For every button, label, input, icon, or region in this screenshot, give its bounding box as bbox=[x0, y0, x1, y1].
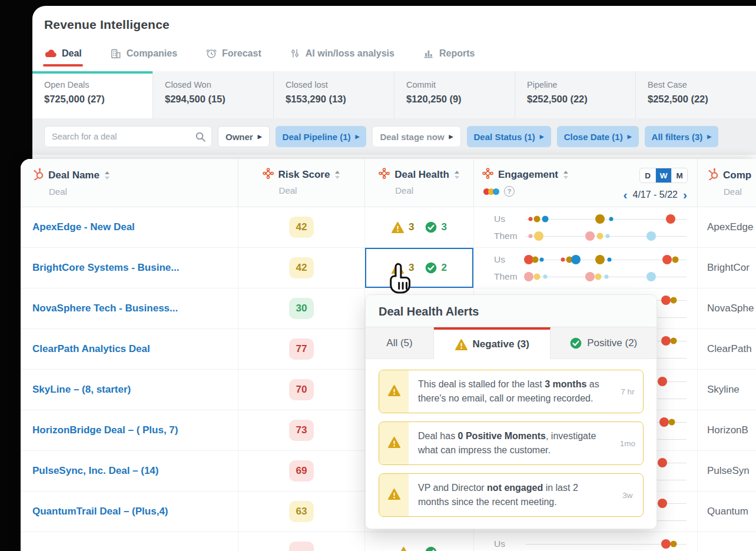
filter-chip[interactable]: Close Date (1) ▶ bbox=[557, 126, 639, 147]
risk-score-badge: 30 bbox=[289, 298, 314, 319]
popup-tab-label: Negative (3) bbox=[473, 338, 529, 350]
sort-icon[interactable] bbox=[334, 170, 340, 180]
chevron-right-icon[interactable]: › bbox=[682, 188, 688, 201]
alert-card: Deal has 0 Positive Moments, investigate… bbox=[379, 421, 644, 465]
summary-card[interactable]: Best Case $252,500 (22) bbox=[635, 71, 756, 118]
deal-health-cell[interactable]: 32 bbox=[365, 248, 474, 288]
popup-tab-icon bbox=[570, 337, 582, 349]
deal-name-cell: ApexEdge - New Deal bbox=[21, 207, 238, 247]
engagement-dot bbox=[671, 297, 677, 303]
tab-label: AI win/loss analysis bbox=[306, 48, 394, 59]
legend-dot-blue bbox=[493, 188, 499, 195]
deal-name-link[interactable]: PulseSync, Inc. Deal – (14) bbox=[32, 465, 158, 477]
tab-label: Companies bbox=[127, 48, 177, 59]
filter-chip[interactable]: Deal stage now ▶ bbox=[372, 126, 460, 147]
search-input[interactable] bbox=[45, 127, 211, 147]
summary-card-value: $120,250 (9) bbox=[406, 94, 515, 105]
deal-health-cell[interactable]: 33 bbox=[365, 207, 474, 247]
tab-icon bbox=[205, 48, 217, 59]
engagement-dot bbox=[595, 255, 605, 264]
us-label: Us bbox=[494, 539, 526, 549]
period-toggle-w[interactable]: W bbox=[655, 168, 671, 182]
deal-name-link[interactable]: BrightCore Systems - Busine... bbox=[32, 262, 179, 274]
alert-timestamp: 7 hr bbox=[612, 370, 643, 413]
engagement-dot bbox=[661, 336, 671, 346]
engagement-dot bbox=[542, 215, 548, 222]
risk-score-badge bbox=[289, 542, 314, 551]
summary-card-label: Closed Won bbox=[165, 80, 273, 89]
column-header-engagement[interactable]: Engagement ? DWM ‹ 4/17 - 5/22 bbox=[474, 159, 698, 207]
risk-score-cell: 63 bbox=[238, 492, 365, 532]
nav-tab[interactable]: Deal bbox=[44, 48, 82, 59]
sort-icon[interactable] bbox=[104, 171, 110, 180]
risk-score-badge: 73 bbox=[289, 420, 314, 441]
summary-card[interactable]: Closed lost $153,290 (13) bbox=[273, 71, 394, 118]
column-header-deal-health[interactable]: Deal Health Deal bbox=[365, 159, 474, 207]
period-toggle-d[interactable]: D bbox=[640, 168, 655, 182]
column-subtitle: Deal bbox=[395, 185, 460, 195]
summary-card[interactable]: Closed Won $294,500 (15) bbox=[152, 71, 273, 118]
summary-card[interactable]: Open Deals $725,000 (27) bbox=[32, 71, 152, 118]
summary-card[interactable]: Pipeline $252,500 (22) bbox=[515, 71, 635, 118]
freshworks-icon bbox=[379, 168, 390, 181]
alert-card: VP and Director not engaged in last 2 mo… bbox=[379, 473, 644, 517]
alert-stripe bbox=[379, 474, 409, 516]
date-range-nav: ‹ 4/17 - 5/22 › bbox=[623, 188, 688, 201]
tab-icon bbox=[290, 48, 300, 59]
engagement-dot bbox=[662, 255, 672, 264]
deal-name-link[interactable]: QuantumTrail Deal – (Plus,4) bbox=[32, 506, 168, 517]
period-toggle-m[interactable]: M bbox=[671, 168, 687, 182]
company-cell: PulseSyn bbox=[698, 451, 756, 491]
warning-icon bbox=[392, 263, 404, 274]
company-name: PulseSyn bbox=[707, 465, 750, 477]
deals-table-card: Deal Name Deal Risk Score Deal bbox=[21, 159, 756, 551]
nav-tab[interactable]: Forecast bbox=[205, 48, 261, 59]
filter-chip[interactable]: All filters (3) ▶ bbox=[645, 126, 719, 147]
summary-card[interactable]: Commit $120,250 (9) bbox=[394, 71, 515, 118]
summary-card-label: Best Case bbox=[648, 80, 756, 89]
engagement-dot bbox=[534, 231, 543, 241]
filter-chip[interactable]: Deal Pipeline (1) ▶ bbox=[276, 126, 367, 147]
filter-chip-label: Deal stage now bbox=[380, 132, 444, 142]
popup-tab[interactable]: All (5) bbox=[366, 327, 434, 359]
deal-name-link[interactable]: ClearPath Analytics Deal bbox=[32, 343, 150, 355]
table-row: Us Them bbox=[21, 532, 756, 551]
engagement-dot bbox=[671, 337, 677, 344]
summary-card-value: $153,290 (13) bbox=[286, 94, 394, 105]
deal-name-cell: PulseSync, Inc. Deal – (14) bbox=[21, 451, 238, 491]
nav-tab[interactable]: Companies bbox=[110, 48, 177, 59]
warning-icon bbox=[397, 547, 410, 551]
tab-label: Forecast bbox=[222, 48, 261, 59]
deal-name-link[interactable]: ApexEdge - New Deal bbox=[32, 221, 135, 233]
column-header-company[interactable]: Comp Deal bbox=[698, 159, 756, 207]
deal-health-cell[interactable] bbox=[365, 532, 474, 551]
hubspot-icon bbox=[707, 168, 718, 182]
summary-card-label: Commit bbox=[406, 80, 515, 89]
nav-tab[interactable]: AI win/loss analysis bbox=[290, 48, 394, 59]
filter-chips: Owner ▶ Deal Pipeline (1) ▶ Deal stage n… bbox=[218, 126, 718, 147]
filter-chip-label: Close Date (1) bbox=[564, 132, 623, 142]
them-label: Them bbox=[494, 231, 526, 241]
chevron-left-icon[interactable]: ‹ bbox=[623, 188, 628, 201]
deal-name-link[interactable]: SkyLine – (8, starter) bbox=[32, 384, 131, 396]
help-icon[interactable]: ? bbox=[504, 186, 515, 197]
deal-name-link[interactable]: NovaSphere Tech - Business... bbox=[32, 303, 178, 314]
engagement-cell: Us Them bbox=[474, 248, 698, 288]
popup-tab[interactable]: Negative (3) bbox=[434, 327, 551, 359]
popup-tab[interactable]: Positive (2) bbox=[551, 327, 656, 359]
nav-tab[interactable]: Reports bbox=[423, 48, 475, 59]
sort-icon[interactable] bbox=[563, 170, 569, 180]
filter-chip[interactable]: Deal Status (1) ▶ bbox=[467, 126, 551, 147]
engagement-dot bbox=[669, 419, 675, 425]
deal-name-cell: HorizonBridge Deal – ( Plus, 7) bbox=[21, 410, 238, 450]
us-timeline bbox=[526, 254, 687, 265]
risk-score-cell: 70 bbox=[238, 370, 365, 410]
deal-name-link[interactable]: HorizonBridge Deal – ( Plus, 7) bbox=[32, 424, 178, 436]
column-header-risk-score[interactable]: Risk Score Deal bbox=[238, 159, 365, 207]
column-header-deal-name[interactable]: Deal Name Deal bbox=[21, 159, 238, 207]
engagement-dot bbox=[595, 273, 601, 280]
summary-card-label: Closed lost bbox=[286, 80, 394, 89]
sort-icon[interactable] bbox=[454, 170, 460, 180]
filter-chip[interactable]: Owner ▶ bbox=[218, 126, 270, 147]
filter-chip-label: Owner bbox=[226, 132, 253, 142]
